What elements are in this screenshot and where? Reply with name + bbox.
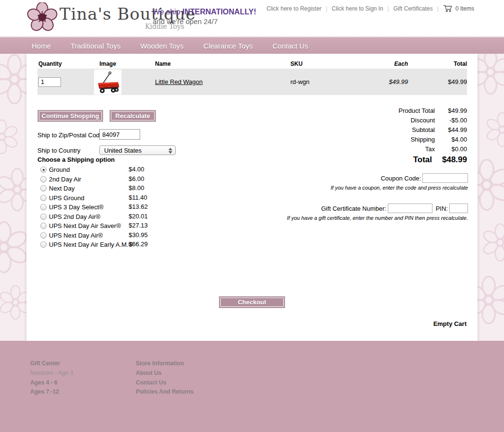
col-header-total: Total xyxy=(408,60,467,67)
shipping-option-next-day: Next Day $8.00 xyxy=(37,184,181,193)
nav-item-traditional-toys[interactable]: Traditional Toys xyxy=(71,42,120,50)
gift-certificate-label: Gift Certificate Number: xyxy=(321,205,386,212)
sku-cell: rd-wgn xyxy=(290,78,354,85)
radio-button[interactable] xyxy=(40,223,47,229)
total-value: $4.00 xyxy=(435,136,467,143)
cart-item-row: Little Red Wagon rd-wgn $49.99 $49.99 xyxy=(37,69,467,95)
option-label: UPS 3 Day Select® xyxy=(49,204,104,211)
total-value: $0.00 xyxy=(435,145,467,153)
footer-link-ages-7-12[interactable]: Ages 7 -12 xyxy=(30,388,73,398)
name-cell: Little Red Wagon xyxy=(121,78,290,85)
country-select[interactable]: United States xyxy=(99,145,176,155)
register-link[interactable]: Click here to Register xyxy=(266,5,322,12)
shipping-option-ups-next-day-air-saver: UPS Next Day Air Saver® $27.13 xyxy=(37,221,181,231)
total-row-discount: Discount -$5.00 xyxy=(398,115,467,125)
recalculate-button[interactable]: Recalculate xyxy=(109,110,156,122)
account-links: Click here to Register | Click here to S… xyxy=(266,4,474,12)
radio-button[interactable] xyxy=(40,167,47,173)
cart-count: 0 Items xyxy=(456,5,474,12)
flower-logo-icon xyxy=(27,2,58,32)
total-label: Subtotal xyxy=(412,126,435,133)
zip-label: Ship to Zip/Postal Code xyxy=(37,132,103,139)
option-price: $13.62 xyxy=(129,203,148,210)
footer-link-about-us[interactable]: About Us xyxy=(136,370,193,379)
shipping-option-ups-3-day-select: UPS 3 Day Select® $13.62 xyxy=(37,203,181,212)
col-header-quantity: Quantity xyxy=(37,60,94,67)
product-name-link[interactable]: Little Red Wagon xyxy=(155,78,203,85)
col-header-each: Each xyxy=(354,60,408,67)
nav-item-clearance-toys[interactable]: Clearance Toys xyxy=(204,42,253,50)
grand-total-label: Total xyxy=(413,155,432,165)
shipping-option-ups-next-day-air: UPS Next Day Air® $30.95 xyxy=(37,231,181,240)
total-value: $49.99 xyxy=(435,107,467,114)
site-footer: Gift Center Newborn - Age 3 Ages 4 - 6 A… xyxy=(0,341,504,432)
radio-button[interactable] xyxy=(40,241,47,248)
footer-heading-store-information: Store Information xyxy=(136,360,193,370)
tagline-prefix: We ship xyxy=(153,8,182,16)
radio-button[interactable] xyxy=(40,214,47,220)
continue-shopping-button[interactable]: Continue Shopping xyxy=(37,110,103,122)
radio-button[interactable] xyxy=(40,185,47,192)
footer-heading-gift-center: Gift Center xyxy=(30,360,73,370)
coupon-row: Coupon Code: xyxy=(381,173,468,183)
order-totals: Product Total $49.99 Discount -$5.00 Sub… xyxy=(398,106,467,166)
gift-certificates-link[interactable]: Gift Certificates xyxy=(393,5,432,12)
cart-icon xyxy=(443,4,453,12)
option-label: UPS Next Day Air® xyxy=(49,232,103,239)
cart-table: Quantity Image Name SKU Each Total xyxy=(37,59,467,95)
option-price: $8.00 xyxy=(129,184,144,192)
image-cell xyxy=(94,70,121,95)
col-header-image: Image xyxy=(94,60,121,67)
grand-total-value: $48.99 xyxy=(432,155,467,165)
shipping-option-ups-2nd-day-air: UPS 2nd Day Air® $20.01 xyxy=(37,212,181,222)
separator: | xyxy=(326,5,327,12)
total-row-grand-total: Total $48.99 xyxy=(398,154,467,166)
footer-link-newborn-age-3[interactable]: Newborn - Age 3 xyxy=(30,370,73,379)
sign-in-link[interactable]: Click here to Sign In xyxy=(332,5,383,12)
total-row-tax: Tax $0.00 xyxy=(398,144,467,154)
quantity-input[interactable] xyxy=(38,77,61,87)
radio-button[interactable] xyxy=(40,232,47,239)
shipping-option-2nd-day-air: 2nd Day Air $6.00 xyxy=(37,175,181,184)
product-thumbnail[interactable] xyxy=(94,70,121,95)
cart-table-header: Quantity Image Name SKU Each Total xyxy=(37,59,467,69)
coupon-input[interactable] xyxy=(422,173,468,183)
coupon-note: If you have a coupon, enter the code and… xyxy=(331,185,468,191)
footer-link-contact-us[interactable]: Contact Us xyxy=(136,379,193,389)
option-label: Ground xyxy=(49,166,70,173)
checkout-button[interactable]: Checkout xyxy=(219,296,285,308)
nav-item-contact-us[interactable]: Contact Us xyxy=(273,42,308,50)
gift-certificate-input[interactable] xyxy=(388,204,432,213)
separator: | xyxy=(387,5,389,12)
radio-button[interactable] xyxy=(40,195,47,201)
radio-button[interactable] xyxy=(40,204,47,210)
main-nav: Home Traditional Toys Wooden Toys Cleara… xyxy=(0,36,504,54)
option-label: UPS Next Day Air Saver® xyxy=(49,222,121,229)
country-selected-value: United States xyxy=(104,147,142,154)
country-label: Ship to Country xyxy=(37,147,81,154)
total-label: Product Total xyxy=(398,107,435,114)
each-price-cell: $49.99 xyxy=(354,78,408,85)
cart-link[interactable]: 0 Items xyxy=(443,4,474,12)
option-price: $30.95 xyxy=(129,231,148,239)
shipping-option-ups-next-day-air-early-am: UPS Next Day Air Early A.M.® $66.29 xyxy=(37,240,181,250)
total-label: Discount xyxy=(410,117,435,124)
footer-column-store-information: Store Information About Us Contact Us Po… xyxy=(136,360,193,398)
empty-cart-link[interactable]: Empty Cart xyxy=(433,320,467,327)
radio-button[interactable] xyxy=(40,176,47,182)
tagline-line2: and we're open 24/7 xyxy=(153,17,256,25)
nav-item-home[interactable]: Home xyxy=(32,42,51,50)
nav-item-wooden-toys[interactable]: Wooden Toys xyxy=(140,42,183,50)
shipping-options-list: Ground $4.00 2nd Day Air $6.00 Next Day … xyxy=(37,165,181,250)
option-label: UPS Ground xyxy=(49,194,84,202)
gift-certificate-row: Gift Certificate Number: PIN: xyxy=(321,204,468,213)
zip-input[interactable] xyxy=(99,129,140,140)
shipping-option-ups-ground: UPS Ground $11.40 xyxy=(37,193,181,203)
red-wagon-image xyxy=(95,71,120,94)
pin-input[interactable] xyxy=(449,204,468,213)
option-price: $20.01 xyxy=(129,213,148,220)
pin-label: PIN: xyxy=(436,205,448,212)
footer-link-policies-and-returns[interactable]: Policies And Returns xyxy=(136,388,193,398)
footer-link-ages-4-6[interactable]: Ages 4 - 6 xyxy=(30,379,73,389)
page: Tina's Boutique Kiddie Toys We ship INTE… xyxy=(0,0,504,432)
